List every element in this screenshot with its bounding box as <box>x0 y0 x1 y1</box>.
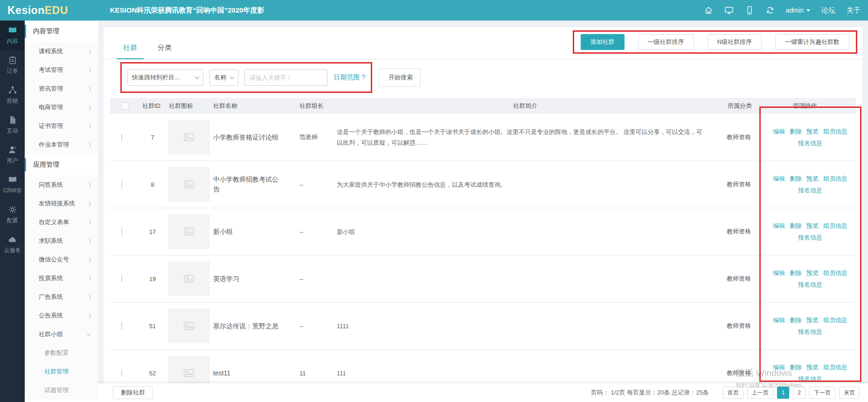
edit-link[interactable]: 编辑 <box>773 317 785 324</box>
preview-link[interactable]: 预览 <box>806 269 819 276</box>
submenu-item[interactable]: 友情链接系统 <box>25 194 98 213</box>
submenu-item[interactable]: 证书管理 <box>25 117 98 135</box>
preview-link[interactable]: 预览 <box>806 317 819 324</box>
edit-link[interactable]: 编辑 <box>773 128 785 135</box>
keyword-input[interactable] <box>244 69 327 86</box>
field-select[interactable]: 名称 <box>209 69 238 86</box>
levelN-sort-button[interactable]: N级社群排序 <box>708 34 762 50</box>
signup-info-link[interactable]: 报名信息 <box>798 187 822 194</box>
recount-interest-button[interactable]: 一键重计兴趣社群数 <box>775 34 849 50</box>
refresh-icon[interactable] <box>765 6 775 15</box>
delete-link[interactable]: 删除 <box>790 364 802 371</box>
preview-link[interactable]: 预览 <box>806 128 819 135</box>
date-range-link[interactable]: 日期范围 ? <box>333 73 365 82</box>
delete-link[interactable]: 删除 <box>790 175 802 182</box>
level1-sort-button[interactable]: 一级社群排序 <box>638 34 694 50</box>
tab-分类[interactable]: 分类 <box>158 43 172 59</box>
tab-社群[interactable]: 社群 <box>123 43 137 59</box>
rail-item-interact[interactable]: 互动 <box>0 110 25 140</box>
about-link[interactable]: 关于 <box>847 6 861 15</box>
edit-link[interactable]: 编辑 <box>773 222 785 229</box>
page-button-末页[interactable]: 末页 <box>839 387 860 399</box>
search-button[interactable]: 开始搜索 <box>379 68 421 87</box>
rail-item-cloud[interactable]: 云服务 <box>0 230 25 260</box>
row-checkbox[interactable] <box>121 134 122 141</box>
edit-link[interactable]: 编辑 <box>773 269 785 276</box>
rail-item-marketing[interactable]: 营销 <box>0 80 25 110</box>
delete-link[interactable]: 删除 <box>790 222 802 229</box>
signup-info-link[interactable]: 报名信息 <box>798 328 822 335</box>
submenu-item[interactable]: 求职系统 <box>25 232 98 250</box>
submenu-item[interactable]: 社群小组 <box>25 325 98 344</box>
rail-item-crm[interactable]: CRM管 <box>0 170 25 200</box>
signup-info-link[interactable]: 报名信息 <box>798 281 822 288</box>
cell-desc: 新小组 <box>337 226 705 237</box>
home-icon[interactable] <box>704 6 713 15</box>
category-jump-select[interactable]: 快速跳转到栏目... <box>127 69 203 86</box>
submenu-item[interactable]: 微信公众号 <box>25 250 98 269</box>
submenu-item[interactable]: 投票系统 <box>25 269 98 288</box>
table-row: 17新小组--新小组教师资格编辑删除预览组员信息报名信息 <box>110 208 856 255</box>
delete-community-button[interactable]: 删除社群 <box>113 386 153 399</box>
members-link[interactable]: 组员信息 <box>823 317 847 324</box>
page-button-首页[interactable]: 首页 <box>723 387 743 399</box>
row-checkbox[interactable] <box>121 369 122 377</box>
cell-actions: 编辑删除预览组员信息报名信息 <box>762 314 858 338</box>
rail-item-orders[interactable]: 订单 <box>0 50 25 80</box>
edit-link[interactable]: 编辑 <box>773 364 785 371</box>
edit-link[interactable]: 编辑 <box>773 175 785 182</box>
page-button-1[interactable]: 1 <box>777 387 790 399</box>
submenu-subitem[interactable]: 话题管理 <box>25 381 98 400</box>
signup-info-link[interactable]: 报名信息 <box>798 234 822 241</box>
select-all-checkbox[interactable] <box>121 98 129 114</box>
preview-link[interactable]: 预览 <box>806 222 819 229</box>
page-button-2[interactable]: 2 <box>793 387 806 399</box>
preview-link[interactable]: 预览 <box>806 364 819 371</box>
cell-category: 教师资格 <box>727 180 764 189</box>
submenu-subitem[interactable]: 参数配置 <box>25 344 98 362</box>
mobile-icon[interactable] <box>745 6 754 15</box>
page-button-上一页[interactable]: 上一页 <box>747 387 773 399</box>
submenu-item[interactable]: 资讯管理 <box>25 79 98 98</box>
cell-leader: -- <box>299 228 332 235</box>
submenu-item[interactable]: 考试管理 <box>25 61 98 79</box>
cell-icon <box>168 120 210 155</box>
table-row: 7小学教师资格证讨论组范老师这是一个关于教师的小组，也是一个关于读书关于成长的小… <box>110 114 856 161</box>
monitor-icon[interactable] <box>724 6 734 15</box>
members-link[interactable]: 组员信息 <box>823 175 847 182</box>
chevron-icon <box>87 201 91 206</box>
rail-item-users[interactable]: 用户 <box>0 140 25 170</box>
admin-menu[interactable]: admin <box>786 7 810 14</box>
members-link[interactable]: 组员信息 <box>823 222 847 229</box>
row-checkbox[interactable] <box>121 322 122 330</box>
section-header-0[interactable]: 内容管理 <box>25 21 98 42</box>
section-header-1[interactable]: 应用管理 <box>25 154 98 176</box>
preview-link[interactable]: 预览 <box>806 175 819 182</box>
submenu-subitem[interactable]: 社群管理 <box>25 362 98 381</box>
signup-info-link[interactable]: 报名信息 <box>798 375 822 382</box>
rail-item-settings[interactable]: 配置 <box>0 200 25 230</box>
submenu-item[interactable]: 广告系统 <box>25 288 98 306</box>
rail-item-content[interactable]: 内容 <box>0 21 25 50</box>
users-icon <box>8 145 17 155</box>
row-checkbox[interactable] <box>121 181 122 189</box>
submenu-item[interactable]: 课程系统 <box>25 42 98 61</box>
signup-info-link[interactable]: 报名信息 <box>798 140 822 147</box>
row-checkbox[interactable] <box>121 275 122 283</box>
add-community-button[interactable]: 添加社群 <box>581 34 625 50</box>
members-link[interactable]: 组员信息 <box>823 128 847 135</box>
forum-link[interactable]: 论坛 <box>821 6 835 15</box>
col-header-ops: 管理操作 <box>793 98 817 114</box>
row-checkbox[interactable] <box>121 228 122 236</box>
members-link[interactable]: 组员信息 <box>823 269 847 276</box>
delete-link[interactable]: 删除 <box>790 269 802 276</box>
submenu-item[interactable]: 作业本管理 <box>25 135 98 154</box>
members-link[interactable]: 组员信息 <box>823 364 847 371</box>
delete-link[interactable]: 删除 <box>790 317 802 324</box>
submenu-item[interactable]: 问答系统 <box>25 176 98 194</box>
submenu-item[interactable]: 电商管理 <box>25 98 98 117</box>
page-button-下一页[interactable]: 下一页 <box>809 387 835 399</box>
submenu-item[interactable]: 自定义表单 <box>25 213 98 232</box>
delete-link[interactable]: 删除 <box>790 128 802 135</box>
submenu-item[interactable]: 公告系统 <box>25 306 98 325</box>
